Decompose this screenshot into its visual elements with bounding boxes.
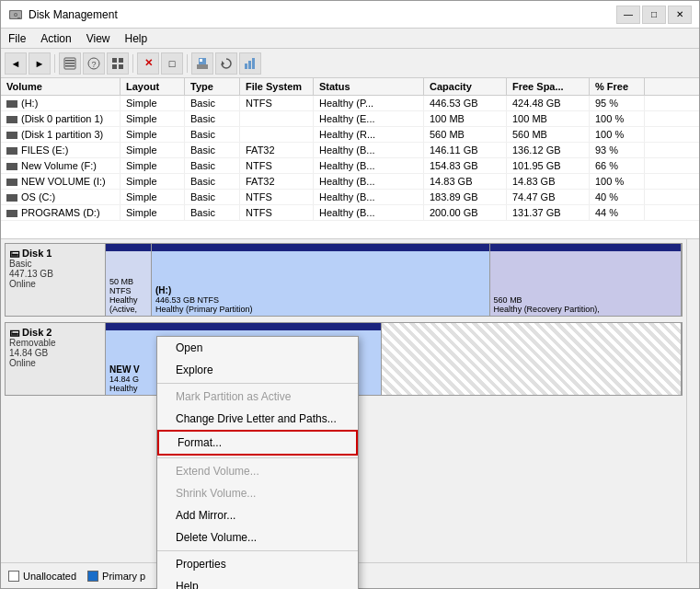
menu-view[interactable]: View <box>79 30 118 46</box>
table-cell-4-1: Simple <box>120 158 185 173</box>
table-cell-4-5: 154.83 GB <box>424 158 507 173</box>
svg-rect-4 <box>17 17 20 18</box>
close-button[interactable]: ✕ <box>668 6 692 24</box>
toolbar-square-button[interactable]: □ <box>161 52 183 75</box>
menu-help[interactable]: Help <box>118 30 155 46</box>
table-cell-6-3: NTFS <box>240 190 314 204</box>
table-cell-6-7: 40 % <box>590 190 645 204</box>
table-cell-3-5: 146.11 GB <box>424 143 507 157</box>
disk-1-partition-2[interactable]: (H:) 446.53 GB NTFS Healthy (Primary Par… <box>152 244 490 316</box>
table-cell-5-4: Healthy (B... <box>314 174 424 189</box>
table-scroll[interactable]: (H:)SimpleBasicNTFSHealthy (P...446.53 G… <box>1 96 699 236</box>
context-delete-volume[interactable]: Delete Volume... <box>157 526 358 549</box>
toolbar-delete-button[interactable]: ✕ <box>137 52 159 75</box>
disk-1-name: 🖴 Disk 1 <box>9 248 101 259</box>
context-extend: Extend Volume... <box>157 460 358 482</box>
toolbar-chart-button[interactable] <box>239 52 261 75</box>
maximize-button[interactable]: □ <box>642 6 666 24</box>
table-cell-3-1: Simple <box>120 143 185 157</box>
context-properties[interactable]: Properties <box>157 553 358 575</box>
svg-point-3 <box>15 14 17 16</box>
context-sep-2 <box>157 457 358 458</box>
table-row[interactable]: FILES (E:)SimpleBasicFAT32Healthy (B...1… <box>1 143 699 158</box>
table-header: Volume Layout Type File System Status Ca… <box>1 78 699 96</box>
title-bar: Disk Management — □ ✕ <box>1 1 699 29</box>
table-row[interactable]: New Volume (F:)SimpleBasicNTFSHealthy (B… <box>1 158 699 174</box>
context-mark-active: Mark Partition as Active <box>157 386 358 408</box>
disk-1-type: Basic <box>9 259 101 269</box>
table-cell-0-7: 95 % <box>590 96 645 110</box>
partition-2-status: Healthy (Primary Partition) <box>155 305 486 314</box>
table-row[interactable]: (Disk 0 partition 1)SimpleBasicHealthy (… <box>1 111 699 127</box>
partition-1-status: Healthy (Active, <box>109 295 147 314</box>
disk2-partition-1-header <box>106 323 381 330</box>
menu-bar: File Action View Help <box>1 29 699 49</box>
svg-rect-6 <box>65 60 75 62</box>
svg-rect-15 <box>197 64 208 69</box>
table-cell-0-6: 424.48 GB <box>507 96 590 110</box>
table-cell-6-0: OS (C:) <box>1 190 120 204</box>
disk-1-partition-1[interactable]: 50 MB NTFS Healthy (Active, <box>106 244 152 316</box>
menu-file[interactable]: File <box>1 30 33 46</box>
table-cell-5-1: Simple <box>120 174 185 189</box>
col-header-layout: Layout <box>120 78 185 95</box>
context-shrink: Shrink Volume... <box>157 482 358 504</box>
toolbar-refresh-button[interactable] <box>215 52 237 75</box>
toolbar-save-button[interactable] <box>191 52 213 75</box>
table-cell-2-0: (Disk 1 partition 3) <box>1 127 120 142</box>
context-explore[interactable]: Explore <box>157 359 358 381</box>
svg-rect-19 <box>245 64 247 69</box>
table-cell-2-3 <box>240 127 314 142</box>
table-row[interactable]: PROGRAMS (D:)SimpleBasicNTFSHealthy (B..… <box>1 205 699 221</box>
table-cell-5-5: 14.83 GB <box>424 174 507 189</box>
table-cell-4-7: 66 % <box>590 158 645 173</box>
table-row[interactable]: OS (C:)SimpleBasicNTFSHealthy (B...183.8… <box>1 190 699 205</box>
legend-unallocated: Unallocated <box>8 571 76 582</box>
partition-3-size: 560 MB <box>494 295 677 305</box>
table-cell-2-1: Simple <box>120 127 185 142</box>
table-cell-7-4: Healthy (B... <box>314 205 424 220</box>
window-title: Disk Management <box>29 8 118 21</box>
disk-1-partition-3[interactable]: 560 MB Healthy (Recovery Partition), <box>490 244 682 316</box>
scroll-spacer <box>645 78 658 95</box>
table-cell-7-6: 131.37 GB <box>507 205 590 220</box>
disk-row-1: 🖴 Disk 1 Basic 447.13 GB Online 50 MB NT… <box>5 243 683 317</box>
toolbar-separator-3 <box>187 54 188 73</box>
right-scrollbar[interactable] <box>686 239 699 562</box>
table-cell-4-0: New Volume (F:) <box>1 158 120 173</box>
toolbar-grid-button[interactable] <box>107 52 129 75</box>
toolbar-help-button[interactable]: ? <box>83 52 105 75</box>
svg-rect-11 <box>112 58 117 63</box>
legend-primary: Primary p <box>87 571 145 582</box>
back-button[interactable]: ◄ <box>5 52 27 75</box>
table-row[interactable]: (H:)SimpleBasicNTFSHealthy (P...446.53 G… <box>1 96 699 111</box>
legend-label-unallocated: Unallocated <box>23 571 76 582</box>
table-cell-6-6: 74.47 GB <box>507 190 590 204</box>
app-icon <box>8 7 23 22</box>
context-help[interactable]: Help <box>157 575 358 589</box>
context-change-drive[interactable]: Change Drive Letter and Paths... <box>157 408 358 430</box>
col-header-fs: File System <box>240 78 314 95</box>
disk-2-name: 🖴 Disk 2 <box>9 327 101 338</box>
table-cell-1-1: Simple <box>120 111 185 126</box>
table-cell-7-5: 200.00 GB <box>424 205 507 220</box>
volume-table: Volume Layout Type File System Status Ca… <box>1 78 699 239</box>
toolbar-list-button[interactable] <box>59 52 81 75</box>
table-cell-7-1: Simple <box>120 205 185 220</box>
table-row[interactable]: (Disk 1 partition 3)SimpleBasicHealthy (… <box>1 127 699 143</box>
table-cell-2-5: 560 MB <box>424 127 507 142</box>
context-format[interactable]: Format... <box>157 430 358 456</box>
table-cell-1-7: 100 % <box>590 111 645 126</box>
forward-button[interactable]: ► <box>29 52 51 75</box>
table-cell-3-4: Healthy (B... <box>314 143 424 157</box>
svg-rect-17 <box>200 59 202 62</box>
table-cell-3-7: 93 % <box>590 143 645 157</box>
disk-1-partitions: 50 MB NTFS Healthy (Active, (H:) 446.53 … <box>106 243 683 317</box>
context-open[interactable]: Open <box>157 337 358 359</box>
table-cell-3-2: Basic <box>185 143 240 157</box>
table-cell-3-6: 136.12 GB <box>507 143 590 157</box>
context-add-mirror[interactable]: Add Mirror... <box>157 504 358 526</box>
minimize-button[interactable]: — <box>616 6 640 24</box>
table-row[interactable]: NEW VOLUME (I:)SimpleBasicFAT32Healthy (… <box>1 174 699 190</box>
menu-action[interactable]: Action <box>33 30 78 46</box>
